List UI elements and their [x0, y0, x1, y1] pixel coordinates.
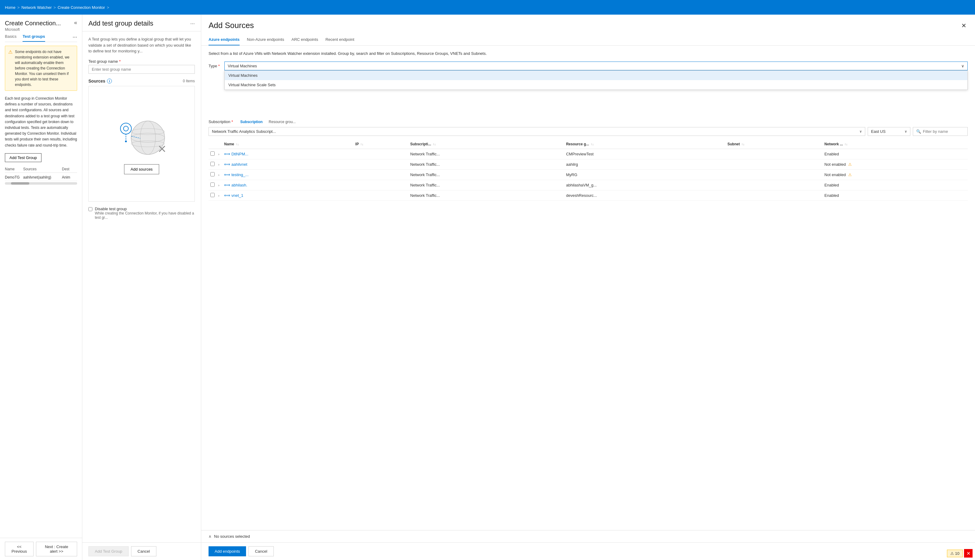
sort-subscription-icon: ↑↓ [433, 143, 436, 146]
breadcrumb-create-connection-monitor[interactable]: Create Connection Monitor [58, 5, 105, 10]
right-panel-tabs: Azure endpoints Non-Azure endpoints ARC … [201, 34, 975, 46]
tab-azure-endpoints[interactable]: Azure endpoints [209, 34, 240, 45]
dropdown-item-vm[interactable]: Virtual Machines [225, 71, 967, 80]
row-subnet-4 [726, 190, 823, 200]
table-row: › ⟺ DtlNPM... Network Traffic... CMPrevi… [209, 149, 968, 159]
row-name-4[interactable]: vnet_1 [231, 193, 243, 198]
col-network-header[interactable]: Network ... ↑↓ [823, 140, 968, 149]
type-select[interactable]: Virtual Machines ∨ [224, 62, 968, 70]
add-test-group-footer-button: Add Test Group [88, 546, 129, 556]
cancel-button[interactable]: Cancel [131, 546, 156, 556]
row-checkbox-1[interactable] [210, 162, 215, 166]
row-checkbox-3[interactable] [210, 183, 215, 187]
network-icon-3: ⟺ [224, 183, 230, 187]
horizontal-scrollbar[interactable] [5, 182, 77, 185]
row-subscription-3: Network Traffic... [409, 180, 564, 190]
next-button[interactable]: Next : Create alert >> [36, 542, 77, 556]
subscription-label: Subscription * [209, 120, 236, 124]
type-required-star: * [218, 64, 220, 68]
disable-test-group: Disable test group While creating the Co… [88, 207, 195, 220]
network-icon-4: ⟺ [224, 193, 230, 198]
col-name-header[interactable]: Name ↑↓ [222, 140, 353, 149]
row-expand-4[interactable]: › [218, 194, 219, 197]
previous-button[interactable]: << Previous [5, 542, 33, 556]
notification-warning: ⚠ 10 [947, 550, 963, 557]
tab-non-azure-endpoints[interactable]: Non-Azure endpoints [247, 34, 284, 45]
col-name-header: Name [5, 167, 23, 171]
no-sources-chevron-icon[interactable]: ∧ [209, 534, 212, 539]
type-label: Type * [209, 64, 221, 68]
filters-row: Network Traffic Analytics Subscript... ∨… [209, 127, 968, 136]
tab-test-groups[interactable]: Test groups [23, 32, 45, 42]
row-name-1[interactable]: aahilvnet [231, 162, 247, 167]
disable-test-group-label: Disable test group [95, 207, 195, 211]
row-ip-2 [354, 169, 409, 180]
middle-panel-footer: Add Test Group Cancel [82, 542, 201, 560]
col-subnet-header[interactable]: Subnet ↑↓ [726, 140, 823, 149]
right-cancel-button[interactable]: Cancel [249, 546, 274, 556]
globe-illustration [111, 113, 172, 157]
tab-recent-endpoint[interactable]: Recent endpoint [325, 34, 354, 45]
middle-desc: A Test group lets you define a logical g… [88, 36, 195, 54]
right-panel: Add Sources ✕ Azure endpoints Non-Azure … [201, 15, 975, 560]
sources-header: Sources i 0 Items [88, 78, 195, 83]
row-network-status-4: Enabled [823, 190, 968, 200]
sort-subnet-icon: ↑↓ [741, 143, 745, 146]
row-checkbox-0[interactable] [210, 152, 215, 156]
disable-test-group-checkbox[interactable] [88, 207, 92, 211]
sub-tab-resource-group[interactable]: Resource grou... [267, 119, 297, 125]
notification-close-button[interactable]: ✕ [964, 549, 973, 558]
breadcrumb-home[interactable]: Home [5, 5, 15, 10]
row-expand-0[interactable]: › [218, 153, 219, 156]
row-expand-2[interactable]: › [218, 173, 219, 177]
test-group-name-input[interactable] [88, 65, 195, 74]
middle-panel-dots-menu[interactable]: ··· [190, 20, 195, 27]
row-network-status-0: Enabled [823, 149, 968, 159]
region-value: East US [871, 129, 886, 134]
row-name-2[interactable]: testing_... [231, 172, 249, 177]
subscription-value: Network Traffic Analytics Subscript... [212, 129, 276, 134]
col-resource-group-header[interactable]: Resource g... ↑↓ [564, 140, 726, 149]
tab-arc-endpoints[interactable]: ARC endpoints [292, 34, 318, 45]
row-subscription-1: Network Traffic... [409, 159, 564, 169]
filter-input[interactable] [923, 129, 964, 134]
sub-tab-subscription[interactable]: Subscription [239, 119, 264, 125]
left-panel-footer: << Previous Next : Create alert >> [0, 538, 82, 560]
svg-point-7 [120, 123, 132, 134]
col-ip-header[interactable]: IP ↑↓ [354, 140, 409, 149]
sort-resource-group-icon: ↑↓ [591, 143, 594, 146]
left-panel-dots-menu[interactable]: ··· [73, 34, 77, 42]
breadcrumb-network-watcher[interactable]: Network Watcher [21, 5, 52, 10]
type-row: Type * Virtual Machines ∨ Virtual Machin… [209, 62, 968, 70]
region-select[interactable]: East US ∨ [868, 127, 910, 136]
table-row: › ⟺ testing_... Network Traffic... MyRG … [209, 169, 968, 180]
row-name-0[interactable]: DtlNPM... [231, 152, 249, 156]
table-row: › ⟺ abhilash. Network Traffic... abhilas… [209, 180, 968, 190]
sources-info-icon[interactable]: i [107, 78, 112, 83]
row-expand-1[interactable]: › [218, 163, 219, 167]
collapse-panel-button[interactable]: « [74, 20, 77, 26]
row-name-3[interactable]: abhilash. [231, 183, 247, 187]
region-dropdown-icon: ∨ [905, 130, 907, 133]
middle-panel: Add test group details ··· A Test group … [82, 15, 201, 560]
row-warning-icon-1: ⚠ [848, 162, 852, 167]
add-test-group-button[interactable]: Add Test Group [5, 153, 42, 162]
subscription-select[interactable]: Network Traffic Analytics Subscript... ∨ [209, 127, 865, 136]
right-panel-body: Select from a list of Azure VMs with Net… [201, 46, 975, 530]
close-button[interactable]: ✕ [960, 21, 968, 30]
test-group-name-label: Test group name * [88, 59, 195, 64]
row-checkbox-4[interactable] [210, 193, 215, 197]
row-ip-1 [354, 159, 409, 169]
right-panel-footer: ∧ No sources selected Add endpoints Canc… [201, 530, 975, 560]
add-endpoints-button[interactable]: Add endpoints [209, 546, 246, 556]
tab-basics[interactable]: Basics [5, 32, 17, 42]
row-expand-3[interactable]: › [218, 184, 219, 187]
no-sources-bar: ∧ No sources selected [201, 530, 975, 542]
breadcrumb-sep-2: > [53, 5, 56, 10]
row-checkbox-2[interactable] [210, 172, 215, 177]
add-sources-button[interactable]: Add sources [124, 164, 159, 174]
col-subscription-header[interactable]: Subscripti... ↑↓ [409, 140, 564, 149]
dropdown-item-vmss[interactable]: Virtual Machine Scale Sets [225, 80, 967, 90]
row-resource-group-3: abhilashaVM_g... [564, 180, 726, 190]
bottom-notification: ⚠ 10 ✕ [947, 549, 973, 558]
